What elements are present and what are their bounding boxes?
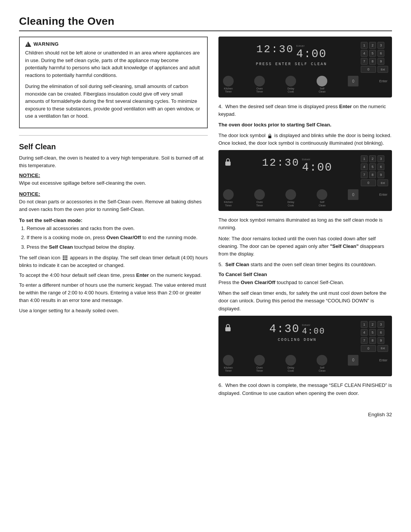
self-clean-label: SelfClean [319, 87, 325, 94]
numpad2-key-8: 8 [369, 171, 376, 178]
cancel-detail: When the self clean timer ends, for safe… [218, 289, 392, 312]
step4-bold: The oven door locks prior to starting Se… [218, 121, 392, 129]
warning-label: WARNING [33, 41, 59, 47]
notice-1: NOTICE: Wipe out excessive spillage befo… [19, 173, 208, 187]
oven2-timer-time: 4:00 [302, 161, 333, 174]
svg-rect-8 [66, 259, 67, 260]
zero-btn: 0 [348, 76, 358, 86]
step3-sub3: To enter a different number of hours use… [19, 281, 208, 304]
step5: 5. Self Clean starts and the oven self c… [218, 261, 392, 268]
numpad2-key-7: 7 [361, 171, 368, 178]
step3-sub4: Use a longer setting for a heavily soile… [19, 307, 208, 315]
self-clean-heading: Self Clean [19, 142, 208, 151]
kitchen-timer-label: KitchenTimer [224, 87, 233, 94]
numpad3-key-enter: Ent [378, 345, 388, 352]
footer-text: English 32 [368, 412, 392, 417]
set-mode-label: To set the self-clean mode: [19, 217, 208, 223]
top-divider [19, 30, 392, 31]
oven-btn-delay-cook: DelayCook [285, 76, 296, 94]
oven3-self-clean-label: SelfClean [319, 366, 325, 373]
oven2-btn-oven-timer: OvenTimer [254, 189, 265, 207]
delay-cook-circle [285, 76, 296, 86]
numpad2-key-4: 4 [361, 163, 368, 170]
numpad-key-4: 4 [361, 50, 368, 57]
warning-title: WARNING [25, 41, 202, 47]
numpad2-key-1: 1 [361, 155, 368, 162]
numpad-key-3: 3 [378, 42, 384, 49]
oven-display-inner-1: 12:30 timer 4:00 PRESS ENTER SELF CLEAN … [222, 42, 388, 73]
svg-rect-1 [65, 256, 66, 257]
oven2-btn-self-clean: SelfClean [317, 189, 327, 207]
numpad2-key-5: 5 [369, 163, 376, 170]
numpad3-key-8: 8 [369, 337, 376, 344]
warning-paragraph-2: During the elimination of soil during se… [25, 83, 202, 120]
oven1-timer-label: timer [296, 44, 305, 48]
numpad3-key-1: 1 [361, 321, 368, 328]
lock-display-icon [225, 158, 231, 168]
oven3-delay-cook-circle [285, 355, 296, 366]
oven2-btn-zero: 0 [348, 189, 358, 207]
oven3-timer-time: 4:00 [302, 327, 325, 336]
oven-left-display-3: 4:30 timer 4:00 COOLING DOWN [234, 321, 361, 342]
kitchen-timer-circle [223, 76, 234, 86]
oven3-btn-delay-cook: DelayCook [285, 355, 296, 373]
oven-btn-enter: Enter [379, 76, 387, 94]
notice-1-text: Wipe out excessive spillage before self-… [19, 179, 208, 187]
numpad-key-7: 7 [361, 58, 368, 65]
oven-timer-circle [254, 76, 265, 86]
oven-panel-2: 12:30 timer 4:00 123 456 789 0Ent [218, 150, 392, 211]
svg-rect-11 [225, 327, 231, 331]
lock-display-icon-3 [225, 323, 231, 333]
warning-icon [25, 42, 31, 47]
cancel-text: Press the Oven Clear/Off touchpad to can… [218, 279, 392, 286]
enter-btn: Enter [379, 76, 387, 86]
numpad3-key-7: 7 [361, 337, 368, 344]
notice-2: NOTICE: Do not clean parts or accessorie… [19, 191, 208, 213]
oven-panel-1: 12:30 timer 4:00 PRESS ENTER SELF CLEAN … [218, 37, 392, 97]
step4-detail: The door lock symbol is displayed and bl… [218, 132, 392, 147]
oven3-delay-cook-label: DelayCook [287, 366, 294, 373]
numpad3-key-3: 3 [378, 321, 384, 328]
numpad3-key-2: 2 [369, 321, 376, 328]
oven-btn-self-clean: SelfClean [317, 76, 327, 94]
numpad2-key-2: 2 [369, 155, 376, 162]
step-3: Press the Self Clean touchpad below the … [27, 243, 208, 251]
main-layout: WARNING Children should not be left alon… [19, 37, 392, 400]
numpad3-key-6: 6 [378, 329, 384, 336]
left-column: WARNING Children should not be left alon… [19, 37, 208, 400]
oven-left-display-1: 12:30 timer 4:00 PRESS ENTER SELF CLEAN [222, 42, 361, 66]
oven3-lock-area [222, 321, 234, 333]
step3-sub1: The self clean icon appears in the displ… [19, 254, 208, 269]
oven-timer-label: OvenTimer [256, 87, 263, 94]
oven-left-display-2: 12:30 timer 4:00 [234, 155, 361, 174]
oven2-btn-kitchen-timer: KitchenTimer [223, 189, 234, 207]
step4-intro: 4. When the desired self clean time is d… [218, 103, 392, 118]
numpad2-key-0: 0 [361, 179, 376, 186]
svg-rect-6 [63, 259, 64, 260]
numpad-key-5: 5 [369, 50, 376, 57]
warning-box: WARNING Children should not be left alon… [19, 37, 208, 128]
oven-btn-oven-timer: OvenTimer [254, 76, 265, 94]
numpad-key-enter: Ent [378, 66, 388, 73]
oven3-buttons: KitchenTimer OvenTimer DelayCook SelfCle… [222, 355, 388, 373]
oven3-self-clean-circle [317, 355, 327, 366]
oven2-btn-enter: Enter [379, 189, 387, 207]
oven2-oven-timer-label: OvenTimer [256, 201, 263, 207]
svg-rect-4 [65, 257, 66, 259]
door-lock-note1: The door lock symbol remains illuminated… [218, 216, 392, 232]
oven3-kitchen-timer-circle [223, 355, 234, 366]
oven2-buttons: KitchenTimer OvenTimer DelayCook SelfCle… [222, 189, 388, 207]
cancel-label: To Cancel Self Clean [218, 272, 392, 277]
oven2-lock-area [222, 155, 234, 168]
oven1-status: PRESS ENTER SELF CLEAN [256, 62, 327, 66]
numpad2-key-3: 3 [378, 155, 384, 162]
oven-btn-zero: 0 [348, 76, 358, 94]
oven1-buttons: KitchenTimer OvenTimer DelayCook SelfCle… [222, 76, 388, 94]
oven3-oven-timer-circle [254, 355, 265, 366]
numpad3-key-4: 4 [361, 329, 368, 336]
page-title: Cleaning the Oven [19, 15, 392, 27]
numpad3-key-9: 9 [378, 337, 384, 344]
numpad-key-2: 2 [369, 42, 376, 49]
numpad-key-0: 0 [361, 66, 376, 73]
oven-btn-kitchen-timer: KitchenTimer [223, 76, 234, 94]
